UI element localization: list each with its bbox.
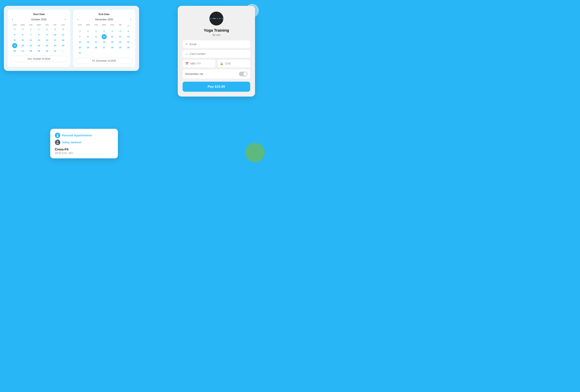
- calendar-day[interactable]: 5: [118, 29, 123, 34]
- calendar-day[interactable]: 11: [61, 32, 66, 37]
- calendar-day[interactable]: 1: [36, 27, 41, 32]
- appointments-avatar: [55, 140, 60, 145]
- calendar-day[interactable]: 10: [53, 32, 58, 37]
- email-field[interactable]: [189, 43, 248, 46]
- calendar-day[interactable]: 28: [28, 48, 33, 54]
- remember-me-row: Remember me: [183, 69, 250, 79]
- end-date-prev-btn[interactable]: ‹: [76, 17, 79, 21]
- calendar-day[interactable]: 15: [77, 40, 82, 45]
- calendar-day[interactable]: 13: [20, 38, 25, 43]
- calendar-day[interactable]: 23: [44, 43, 49, 48]
- end-date-grid: SUNMONTUEWEDTHUFRI2829301235678910121314…: [76, 23, 132, 55]
- calendar-day[interactable]: 31: [53, 48, 58, 54]
- calendar-day[interactable]: 16: [44, 38, 49, 43]
- calendar-day[interactable]: 25: [61, 43, 66, 48]
- calendar-day[interactable]: 21: [118, 40, 123, 45]
- calendar-day[interactable]: 21: [28, 43, 33, 48]
- calendar-day-header: MON: [19, 23, 27, 26]
- calendar-day[interactable]: 12: [110, 34, 115, 39]
- calendar-day[interactable]: 9: [44, 32, 49, 37]
- calendar-day[interactable]: 6: [20, 32, 25, 37]
- calendar-day[interactable]: 19: [12, 43, 17, 48]
- svg-point-2: [57, 141, 58, 142]
- pay-button[interactable]: Pay $15.00: [183, 82, 250, 92]
- end-date-nav: ‹ December 2020 ›: [76, 17, 132, 21]
- remember-me-label: Remember me: [185, 72, 203, 76]
- end-date-next-btn[interactable]: ›: [129, 17, 132, 21]
- calendar-day-header: THU: [43, 23, 51, 26]
- calendar-day[interactable]: 22: [36, 43, 41, 48]
- cvc-input-wrapper[interactable]: 🔒: [217, 60, 250, 67]
- appointments-card: Personal Appointments Johny Jackson Cros…: [50, 129, 118, 158]
- calendar-day-header: THU: [108, 23, 116, 28]
- calendar-day[interactable]: 15: [36, 38, 41, 43]
- calendar-day-header: WED: [35, 23, 43, 26]
- calendar-day[interactable]: 30: [28, 27, 33, 32]
- calendar-day[interactable]: 3: [110, 29, 115, 34]
- calendar-day[interactable]: 22: [126, 40, 131, 45]
- calendar-day[interactable]: 30: [126, 45, 131, 50]
- card-number-input-wrapper[interactable]: ▭: [183, 50, 250, 58]
- calendar-day[interactable]: 23: [77, 45, 82, 50]
- calendar-day[interactable]: 1: [61, 48, 66, 54]
- calendar-day[interactable]: 4: [61, 27, 66, 32]
- calendar-day[interactable]: 10: [102, 34, 107, 39]
- email-input-wrapper[interactable]: ✉: [183, 40, 250, 48]
- calendar-day[interactable]: 6: [126, 29, 131, 34]
- calendar-day[interactable]: 16: [85, 40, 90, 45]
- email-icon: ✉: [185, 43, 188, 46]
- calendar-day[interactable]: 5: [12, 32, 17, 37]
- start-date-next-btn[interactable]: ›: [64, 17, 67, 21]
- appointments-person: Johny Jackson: [55, 140, 113, 145]
- end-date-month: December 2020: [95, 18, 113, 21]
- payment-card: Yoga Training 30 min ✉ ▭ 📅 🔒 Remember me…: [178, 6, 255, 97]
- calendar-day[interactable]: 20: [110, 40, 115, 45]
- calendar-day[interactable]: 29: [20, 27, 25, 32]
- calendar-day[interactable]: 26: [94, 45, 99, 50]
- calendar-day[interactable]: 14: [126, 34, 131, 39]
- calendar-day[interactable]: 7: [28, 32, 33, 37]
- remember-me-toggle[interactable]: [239, 72, 248, 76]
- cvc-field[interactable]: [225, 62, 248, 65]
- start-date-grid: SUNMONTUEWEDTHUFRISAT2829301234567891011…: [11, 23, 67, 54]
- calendar-day-header: SAT: [59, 23, 67, 26]
- calendar-day[interactable]: 24: [85, 45, 90, 50]
- appointments-title: Personal Appointments: [62, 134, 92, 137]
- calendar-day-header: SUN: [76, 23, 84, 28]
- calendar-day[interactable]: 14: [28, 38, 33, 43]
- start-date-prev-btn[interactable]: ‹: [11, 17, 14, 21]
- calendar-day[interactable]: 30: [44, 48, 49, 54]
- calendar-day[interactable]: 28: [12, 27, 17, 32]
- calendar-day[interactable]: 29: [36, 48, 41, 54]
- card-icon: ▭: [185, 52, 188, 55]
- mm-yy-input-wrapper[interactable]: 📅: [183, 60, 215, 67]
- calendar-day[interactable]: 29: [77, 29, 82, 34]
- calendar-day[interactable]: 12: [12, 38, 17, 43]
- calendar-day[interactable]: 17: [94, 40, 99, 45]
- calendar-day[interactable]: 26: [12, 48, 17, 54]
- calendar-day[interactable]: 13: [118, 34, 123, 39]
- calendar-day[interactable]: 18: [61, 38, 66, 43]
- calendar-day[interactable]: 2: [44, 27, 49, 32]
- calendar-day[interactable]: 27: [20, 48, 25, 54]
- calendar-day[interactable]: 24: [53, 43, 58, 48]
- mm-yy-field[interactable]: [190, 62, 213, 65]
- calendar-day[interactable]: 8: [85, 34, 90, 39]
- calendar-day[interactable]: 31: [77, 50, 82, 55]
- calendar-day[interactable]: 17: [53, 38, 58, 43]
- calendar-day[interactable]: 28: [126, 23, 131, 28]
- card-details-row: 📅 🔒: [183, 60, 250, 67]
- calendar-day[interactable]: 7: [77, 34, 82, 39]
- calendar-day[interactable]: 29: [118, 45, 123, 50]
- calendar-day[interactable]: 9: [94, 34, 99, 39]
- calendar-day[interactable]: 8: [36, 32, 41, 37]
- calendar-day[interactable]: 3: [53, 27, 58, 32]
- calendar-day[interactable]: 30: [85, 29, 90, 34]
- calendar-day[interactable]: 19: [102, 40, 107, 45]
- calendar-day[interactable]: 27: [102, 45, 107, 50]
- calendar-day[interactable]: 2: [102, 29, 107, 34]
- calendar-day[interactable]: 28: [110, 45, 115, 50]
- calendar-day[interactable]: 1: [94, 29, 99, 34]
- calendar-day[interactable]: 20: [20, 43, 25, 48]
- card-number-field[interactable]: [190, 52, 248, 55]
